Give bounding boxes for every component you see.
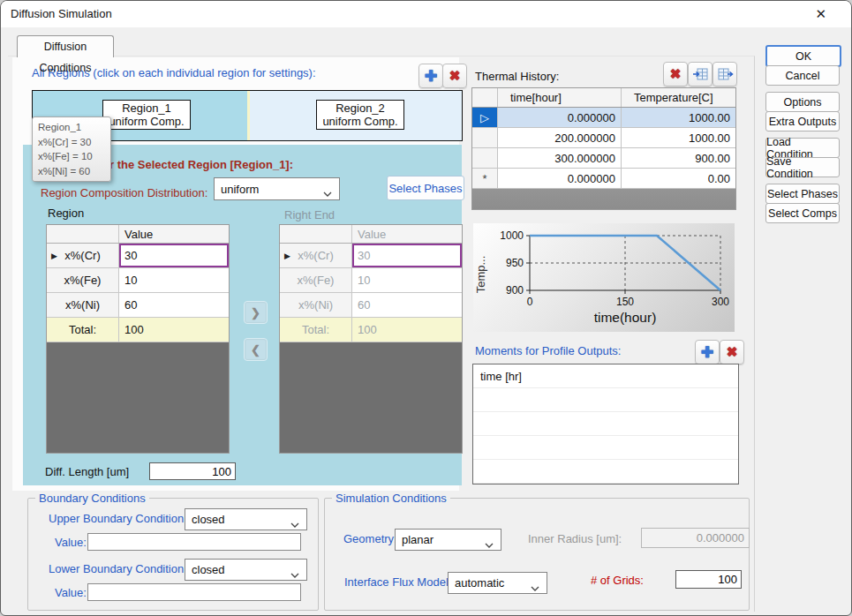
svg-text:950: 950 [506,257,524,269]
delete-icon: ✖ [670,66,682,82]
delete-region-button[interactable]: ✖ [442,64,467,88]
simulation-group-title: Simulation Conditions [332,492,450,505]
svg-text:1000: 1000 [500,229,524,242]
copy-left-button[interactable]: ❮ [244,338,268,361]
table-row: ▶ x%(Cr) 30 [280,244,462,268]
flux-model-dropdown[interactable]: automatic [448,572,547,594]
table-row: x%(Ni) 60 [280,293,462,318]
upper-boundary-dropdown[interactable]: closed [185,508,307,530]
chevron-down-icon [290,567,299,581]
thermal-delete-button[interactable]: ✖ [663,62,688,86]
chevron-down-icon [323,186,332,199]
chart-svg: Temp... time(hour) 90095010000150300 [473,223,735,332]
composition-table-right: Value ▶ x%(Cr) 30 x%(Fe) 10 x%(Ni) 60 To… [279,224,463,454]
thermal-new-row[interactable]: * 0.000000 0.00 [472,169,735,189]
table-export-icon [717,66,734,82]
inner-radius-input [641,528,750,548]
total-row: Total: 100 [47,318,229,342]
row-selector-icon: ▷ [472,108,498,127]
delete-icon: ✖ [727,344,738,360]
list-item[interactable]: time [hr] [473,364,738,383]
thermal-export-button[interactable] [713,62,737,86]
geometry-dropdown[interactable]: planar [395,529,501,551]
inner-radius-label: Inner Radius [um]: [528,532,622,545]
moments-label: Moments for Profile Outputs: [475,344,621,357]
thermal-row[interactable]: 200.000000 1000.00 [472,128,735,148]
delete-icon: ✖ [449,68,461,84]
thermal-header-row: time[hour] Temperature[C] [472,88,735,108]
lower-value-label: Value: [55,586,87,599]
region-1-box[interactable]: Region_1 uniform Comp. [102,100,191,130]
svg-text:300: 300 [712,296,729,308]
table-import-icon [692,66,709,82]
table-row: x%(Fe) 10 [280,268,462,293]
selected-region-heading: r the Selected Region [Region_1]: [109,158,293,171]
thermal-history-label: Thermal History: [475,70,559,83]
simulation-conditions-group: Simulation Conditions Geometry: planar I… [324,498,750,611]
total-row: Total: 100 [280,318,462,342]
select-phases-button[interactable]: Select Phases [765,184,840,204]
upper-value-input[interactable] [87,533,301,551]
region-tooltip: Region_1 x%[Cr] = 30 x%[Fe] = 10 x%[Ni] … [32,116,111,182]
thermal-row[interactable]: ▷ 0.000000 1000.00 [472,108,735,128]
chart-xlabel: time(hour) [594,310,657,325]
new-row-marker: * [472,169,498,188]
svg-text:0: 0 [527,296,533,308]
chevron-down-icon [531,581,539,594]
value-cell[interactable]: 10 [119,268,229,292]
upper-value-label: Value: [55,536,87,549]
value-cell[interactable]: 30 [119,244,229,267]
lower-boundary-dropdown[interactable]: closed [185,559,307,581]
add-region-button[interactable]: ✚ [418,64,443,88]
lower-value-input[interactable] [87,583,301,601]
chevron-down-icon [290,517,299,530]
region-2-box[interactable]: Region_2 uniform Comp. [316,100,404,130]
distribution-dropdown[interactable]: uniform [214,177,340,200]
thermal-history-table: time[hour] Temperature[C] ▷ 0.000000 100… [471,87,736,210]
selected-region-panel: r the Selected Region [Region_1]: Region… [23,145,462,485]
extra-outputs-button[interactable]: Extra Outputs [765,111,840,131]
table-row: x%(Fe) 10 [47,268,229,293]
right-table-caption: Right End [284,208,335,222]
row-arrow-icon: ▶ [284,252,290,260]
grids-label: # of Grids: [591,574,644,587]
chevron-down-icon [485,537,494,551]
svg-text:900: 900 [506,284,524,297]
distribution-label: Region Composition Distribution: [41,186,207,199]
title-bar: Diffusion Simulation ✕ [1,1,851,27]
diff-length-input[interactable] [149,462,236,480]
col-time: time[hour] [498,88,622,107]
moments-add-button[interactable]: ✚ [695,340,720,364]
select-phases-inline-button[interactable]: Select Phases [387,176,464,200]
value-cell[interactable]: 60 [119,293,229,317]
copy-right-button[interactable]: ❯ [244,301,268,324]
table-row: ▶ x%(Cr) 30 [47,244,229,268]
window-title: Diffusion Simulation [11,7,112,20]
save-condition-button[interactable]: Save Condition [765,157,840,177]
tab-page: All Regions (click on each individual re… [8,56,755,612]
diffusion-simulation-dialog: Diffusion Simulation ✕ Diffusion Conditi… [0,0,852,616]
plus-icon: ✚ [701,343,713,362]
moments-list[interactable]: time [hr] [472,364,739,485]
thermal-import-button[interactable] [688,62,713,86]
thermal-history-chart: Temp... time(hour) 90095010000150300 [473,223,735,332]
col-temperature: Temperature[C] [622,88,735,107]
select-comps-button[interactable]: Select Comps [765,203,840,223]
table-row: x%(Ni) 60 [47,293,229,318]
close-icon[interactable]: ✕ [815,6,826,22]
thermal-row[interactable]: 300.000000 900.00 [472,148,735,169]
plus-icon: ✚ [425,67,437,86]
chart-ylabel: Temp... [474,256,487,294]
tab-diffusion-conditions[interactable]: Diffusion Conditions [17,35,114,57]
value-header: Value [119,225,229,243]
lower-boundary-label: Lower Boundary Condition: [49,562,187,575]
grids-input[interactable] [675,570,742,589]
ok-button[interactable]: OK [765,45,841,67]
options-button[interactable]: Options [765,92,840,112]
regions-panel: All Regions (click on each individual re… [12,57,459,491]
cancel-button[interactable]: Cancel [765,65,840,86]
geometry-label: Geometry: [343,532,397,545]
boundary-group-title: Boundary Conditions [35,492,149,505]
svg-text:150: 150 [616,296,634,308]
moments-delete-button[interactable]: ✖ [720,340,744,364]
